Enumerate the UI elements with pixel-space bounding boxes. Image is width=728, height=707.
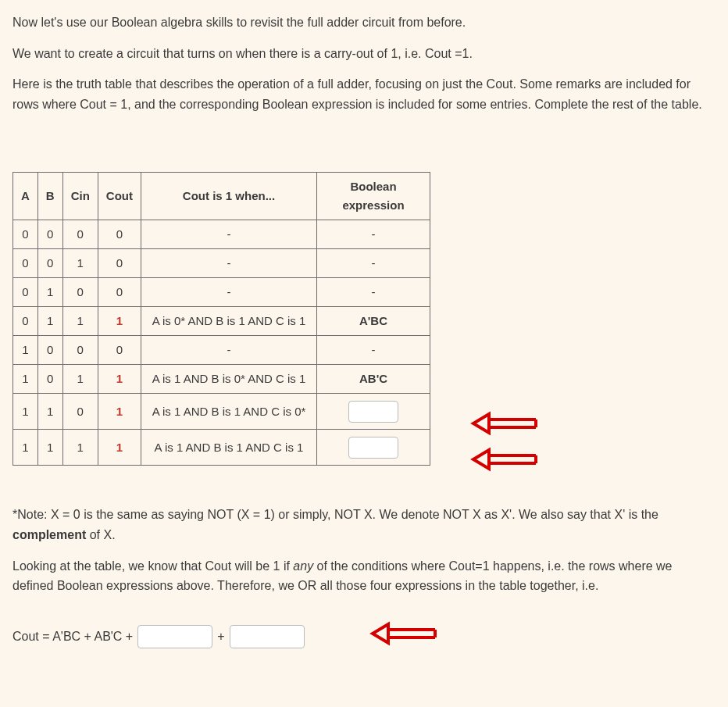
cell-cin: 0 xyxy=(62,220,98,249)
arrow-left-icon xyxy=(469,409,540,444)
note-post: of X. xyxy=(86,528,115,541)
cell-b: 0 xyxy=(37,336,62,365)
bool-input-7[interactable] xyxy=(348,437,398,459)
cell-b: 0 xyxy=(37,220,62,249)
table-row: 1101A is 1 AND B is 1 AND C is 0* xyxy=(13,394,430,430)
cell-bool: AB'C xyxy=(317,365,430,394)
cell-a: 0 xyxy=(13,307,38,336)
cell-bool: A'BC xyxy=(317,307,430,336)
cell-bool xyxy=(317,430,430,466)
cell-a: 1 xyxy=(13,336,38,365)
cell-cin: 0 xyxy=(62,394,98,430)
cell-cout: 0 xyxy=(98,336,141,365)
cell-bool: - xyxy=(317,220,430,249)
equation-input-1[interactable] xyxy=(137,625,212,648)
look-paragraph: Looking at the table, we know that Cout … xyxy=(12,556,716,596)
equation-plus: + xyxy=(217,627,224,647)
cell-b: 1 xyxy=(37,278,62,307)
cell-a: 0 xyxy=(13,220,38,249)
cell-bool: - xyxy=(317,278,430,307)
cell-cin: 1 xyxy=(62,430,98,466)
cell-cin: 1 xyxy=(62,307,98,336)
cell-cout: 1 xyxy=(98,307,141,336)
cell-cout: 0 xyxy=(98,249,141,278)
cell-cin: 0 xyxy=(62,278,98,307)
cell-b: 1 xyxy=(37,394,62,430)
arrow-left-icon xyxy=(469,445,540,480)
intro-paragraph-2: We want to create a circuit that turns o… xyxy=(12,44,716,64)
table-row: 0111A is 0* AND B is 1 AND C is 1A'BC xyxy=(13,307,430,336)
cell-b: 1 xyxy=(37,307,62,336)
col-header-cout: Cout xyxy=(98,173,141,220)
bool-input-6[interactable] xyxy=(348,401,398,423)
cell-a: 0 xyxy=(13,278,38,307)
note-bold: complement xyxy=(12,528,86,541)
look-pre: Looking at the table, we know that Cout … xyxy=(12,559,293,573)
look-em: any xyxy=(293,559,313,573)
table-row: 0000-- xyxy=(13,220,430,249)
cell-when: - xyxy=(141,249,317,278)
table-row: 1000-- xyxy=(13,336,430,365)
cell-cout: 0 xyxy=(98,220,141,249)
cell-cout: 1 xyxy=(98,430,141,466)
cell-cout: 1 xyxy=(98,394,141,430)
intro-paragraph-3: Here is the truth table that describes t… xyxy=(12,74,716,114)
col-header-a: A xyxy=(13,173,38,220)
cell-cout: 1 xyxy=(98,365,141,394)
cell-b: 0 xyxy=(37,365,62,394)
cell-when: A is 1 AND B is 1 AND C is 1 xyxy=(141,430,317,466)
col-header-cin: Cin xyxy=(62,173,98,220)
cell-cin: 0 xyxy=(62,336,98,365)
equation-input-2[interactable] xyxy=(230,625,305,648)
truth-table: A B Cin Cout Cout is 1 when... Boolean e… xyxy=(12,172,430,466)
table-row: 0010-- xyxy=(13,249,430,278)
col-header-b: B xyxy=(37,173,62,220)
cell-bool: - xyxy=(317,336,430,365)
cell-when: A is 1 AND B is 0* AND C is 1 xyxy=(141,365,317,394)
equation-row: Cout = A'BC + AB'C + + xyxy=(12,620,716,654)
col-header-when: Cout is 1 when... xyxy=(141,173,317,220)
cell-cout: 0 xyxy=(98,278,141,307)
cell-when: A is 0* AND B is 1 AND C is 1 xyxy=(141,307,317,336)
cell-cin: 1 xyxy=(62,365,98,394)
cell-a: 1 xyxy=(13,365,38,394)
cell-when: - xyxy=(141,220,317,249)
cell-a: 1 xyxy=(13,394,38,430)
table-row: 1011A is 1 AND B is 0* AND C is 1AB'C xyxy=(13,365,430,394)
arrow-left-icon xyxy=(369,620,439,654)
col-header-bool: Boolean expression xyxy=(317,173,430,220)
cell-when: - xyxy=(141,336,317,365)
cell-when: - xyxy=(141,278,317,307)
cell-when: A is 1 AND B is 1 AND C is 0* xyxy=(141,394,317,430)
cell-a: 1 xyxy=(13,430,38,466)
cell-bool: - xyxy=(317,249,430,278)
cell-b: 1 xyxy=(37,430,62,466)
cell-bool xyxy=(317,394,430,430)
table-row: 0100-- xyxy=(13,278,430,307)
cell-cin: 1 xyxy=(62,249,98,278)
table-row: 1111A is 1 AND B is 1 AND C is 1 xyxy=(13,430,430,466)
note-pre: *Note: X = 0 is the same as saying NOT (… xyxy=(12,508,658,521)
cell-a: 0 xyxy=(13,249,38,278)
equation-lhs: Cout = A'BC + AB'C + xyxy=(12,627,133,647)
cell-b: 0 xyxy=(37,249,62,278)
intro-paragraph-1: Now let's use our Boolean algebra skills… xyxy=(12,12,716,33)
note-paragraph: *Note: X = 0 is the same as saying NOT (… xyxy=(12,505,716,545)
